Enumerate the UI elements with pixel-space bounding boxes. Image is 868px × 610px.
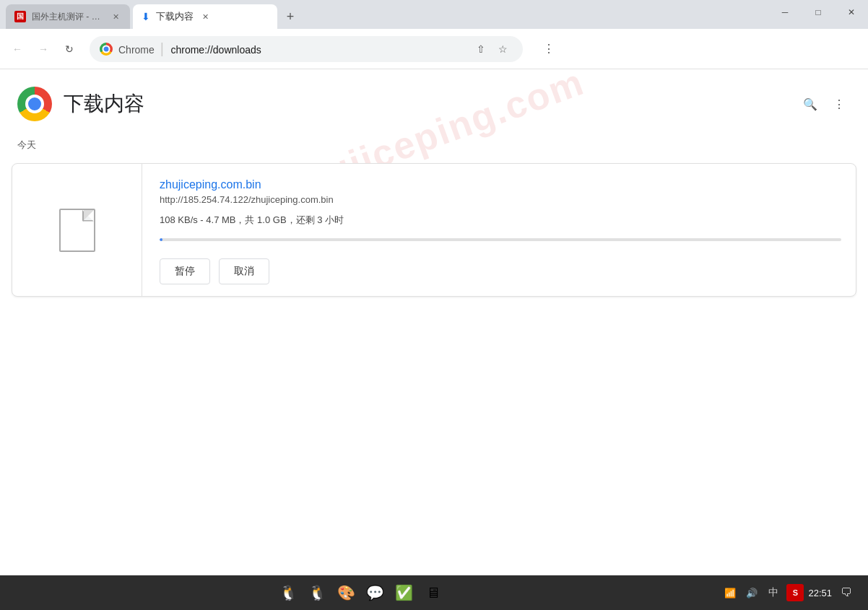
download-actions: 暂停 取消	[160, 258, 841, 284]
tab-1-label: 国外主机测评 - 国外	[32, 11, 104, 23]
maximize-button[interactable]: □	[802, 2, 835, 27]
address-bar[interactable]: Chrome | chrome://downloads ⇧ ☆	[90, 36, 523, 62]
forward-button[interactable]: →	[32, 38, 55, 61]
download-progress-text: 108 KB/s - 4.7 MB，共 1.0 GB，还剩 3 小时	[160, 214, 841, 227]
tray-sound[interactable]: 🔊	[743, 584, 760, 601]
taskbar-center: 🐧 🐧 🎨 💬 ✅ 🖥	[6, 580, 716, 606]
tab-inactive-1[interactable]: 国 国外主机测评 - 国外 ✕	[6, 4, 130, 29]
tray-sogou[interactable]: S	[786, 584, 804, 601]
section-today-label: 今天	[0, 133, 868, 157]
download-card: zhujiceping.com.bin http://185.254.74.12…	[12, 163, 856, 297]
tab-2-label: 下载内容	[156, 10, 194, 23]
chrome-icon	[100, 43, 113, 56]
downloads-page: zhujiceping.com 下载内容 🔍 ⋮ 今天 zhujiceping.…	[0, 69, 868, 575]
taskbar-tick[interactable]: ✅	[391, 580, 417, 606]
tray-wifi[interactable]: 📶	[721, 584, 739, 601]
taskbar-qq-1[interactable]: 🐧	[276, 580, 302, 606]
tab-1-close[interactable]: ✕	[110, 11, 121, 22]
download-card-content: zhujiceping.com.bin http://185.254.74.12…	[142, 164, 856, 296]
back-button[interactable]: ←	[6, 38, 29, 61]
more-menu-button[interactable]: ⋮	[537, 38, 560, 61]
title-bar: 国 国外主机测评 - 国外 ✕ ⬇ 下载内容 ✕ + ─ □ ✕	[0, 0, 868, 29]
chrome-label: Chrome	[118, 44, 155, 56]
downloads-title-area: 下载内容	[17, 87, 144, 121]
addr-divider: |	[160, 40, 168, 56]
window-controls: ─ □ ✕	[768, 4, 868, 29]
taskbar-qq-2[interactable]: 🐧	[305, 580, 331, 606]
taskbar-display[interactable]: 🖥	[420, 580, 446, 606]
search-downloads-button[interactable]: 🔍	[799, 92, 822, 116]
tray-ime[interactable]: 中	[765, 584, 782, 601]
downloads-more-button[interactable]: ⋮	[828, 92, 851, 116]
address-bar-container: Chrome | chrome://downloads ⇧ ☆	[90, 36, 523, 62]
download-icon-area	[12, 164, 142, 296]
download-filename[interactable]: zhujiceping.com.bin	[160, 178, 841, 191]
address-bar-row: ← → ↻ Chrome | chrome://downloads ⇧ ☆ ⋮	[0, 29, 868, 69]
progress-bar	[160, 238, 841, 241]
download-tab-icon: ⬇	[142, 11, 150, 22]
header-right-buttons: ⋮	[537, 38, 560, 61]
progress-bar-fill	[160, 238, 162, 241]
refresh-button[interactable]: ↻	[58, 38, 81, 61]
url-text: chrome://downloads	[170, 44, 261, 56]
cancel-button[interactable]: 取消	[219, 258, 269, 284]
chrome-logo	[17, 87, 52, 121]
tray-area: 📶 🔊 中 S 22:51 🗨	[716, 583, 862, 603]
taskbar: 🐧 🐧 🎨 💬 ✅ 🖥 📶 🔊 中 S 22:51 🗨	[0, 575, 868, 610]
pause-button[interactable]: 暂停	[160, 258, 210, 284]
close-button[interactable]: ✕	[835, 2, 868, 27]
new-tab-button[interactable]: +	[280, 6, 300, 27]
share-icon[interactable]: ⇧	[471, 39, 491, 59]
page-title: 下载内容	[64, 90, 144, 118]
download-url: http://185.254.74.122/zhujiceping.com.bi…	[160, 194, 841, 205]
taskbar-figma[interactable]: 🎨	[334, 580, 360, 606]
downloads-header: 下载内容 🔍 ⋮	[0, 69, 868, 133]
address-bar-icons: ⇧ ☆	[471, 39, 513, 59]
notification-center-button[interactable]: 🗨	[836, 583, 856, 603]
tab-2-close[interactable]: ✕	[199, 11, 211, 22]
tab-1-favicon: 国	[14, 11, 26, 22]
minimize-button[interactable]: ─	[768, 2, 802, 27]
tab-active-2[interactable]: ⬇ 下载内容 ✕	[133, 4, 277, 29]
downloads-header-actions: 🔍 ⋮	[799, 92, 851, 116]
taskbar-wechat[interactable]: 💬	[363, 580, 389, 606]
bookmark-icon[interactable]: ☆	[492, 39, 513, 59]
file-icon	[59, 209, 95, 252]
address-bar-text: Chrome | chrome://downloads	[118, 40, 261, 57]
taskbar-clock: 22:51	[808, 588, 832, 598]
